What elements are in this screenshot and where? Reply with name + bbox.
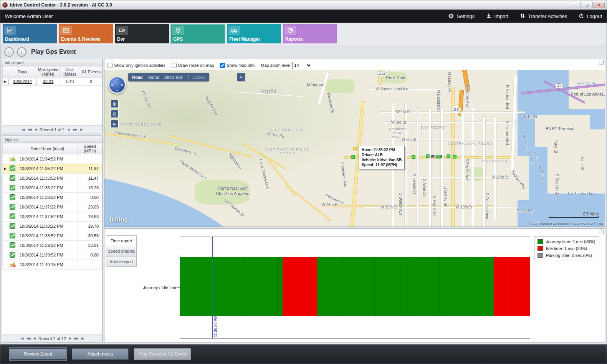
pan-right-icon[interactable]: ▶ — [122, 83, 124, 86]
days-cell[interactable]: 10/3/2014 — [8, 78, 37, 86]
tab-dashboard[interactable]: Dashboard — [3, 24, 57, 43]
gps-point-marker-green[interactable] — [351, 155, 355, 159]
max-speed-cell[interactable]: 33.21 — [37, 78, 60, 86]
col-datetime[interactable]: Date / hour (local) — [17, 143, 78, 154]
pager-next-button[interactable]: ▶ — [69, 337, 71, 340]
gps-row[interactable]: 10/3/2014 11:37:52 PM18.63 — [3, 212, 102, 222]
minimize-button[interactable]: — — [570, 2, 581, 8]
gps-row[interactable]: 10/3/2014 11:36:22 PM13.28 — [3, 183, 102, 193]
gps-point-marker-green[interactable] — [412, 155, 415, 159]
map-canvas[interactable]: Road Aerial Bird's eye Labels « ▲ ▼ ◀ ▶ … — [104, 70, 605, 227]
map-expand-button[interactable]: ▸ — [111, 120, 119, 128]
gps-list-caption: Gps list — [2, 136, 102, 143]
map-label: S Walker Ave — [399, 193, 403, 215]
map-zoom-select[interactable]: 14 — [292, 62, 312, 69]
map-label: W 19th St — [456, 205, 473, 209]
pan-down-icon[interactable]: ▼ — [116, 89, 119, 92]
gps-row[interactable]: 10/3/2014 11:38:52 PM30.55 — [3, 231, 102, 241]
gps-speed: 13.28 — [78, 183, 102, 193]
collapse-panel-button[interactable] — [599, 60, 604, 65]
row-indicator — [3, 250, 8, 260]
tab-fleet-manager[interactable]: Fleet Manager — [227, 24, 281, 43]
close-button[interactable]: ✕ — [594, 2, 605, 8]
timeline-bar — [180, 257, 530, 316]
attachments-button[interactable]: Attachments — [72, 348, 129, 360]
col-speed[interactable]: Speed (MPH) — [78, 143, 102, 154]
report-tabs: Time report Speed graphic Route report — [104, 234, 138, 342]
ignition-off-icon — [8, 260, 17, 270]
info-report-pager: |◀ ◀◀ ◀ Record 1 of 1 ▶ ▶▶ ▶| — [2, 125, 102, 134]
review-event-button[interactable]: Review Event — [10, 348, 66, 360]
show-ignition-checkbox[interactable]: Show only ignition activities — [108, 63, 165, 68]
logout-button[interactable]: Logout — [579, 13, 602, 20]
gps-row[interactable]: ▶10/3/2014 11:35:22 PM11.97 — [3, 164, 102, 174]
pager-first-button[interactable]: |◀ — [22, 128, 24, 131]
tab-events-reviews[interactable]: Events & Reviews — [59, 24, 113, 43]
tab-route-report[interactable]: Route report — [106, 256, 137, 267]
pager-prev-button[interactable]: ◀ — [33, 337, 35, 340]
gps-row[interactable]: 10/3/2014 11:34:52 PM — [3, 154, 102, 164]
pager-first-button[interactable]: |◀ — [21, 337, 23, 340]
import-button[interactable]: Import — [486, 13, 508, 20]
tab-reports[interactable]: Reports — [283, 24, 337, 43]
pager-next-button[interactable]: ▶ — [68, 128, 70, 131]
map-compass-control[interactable]: ▲ ▼ ◀ ▶ — [108, 76, 126, 94]
play-selected-x1-event-button[interactable]: Play Selected X1 Event — [134, 348, 191, 360]
pager-fast-next-button[interactable]: ▶▶ — [74, 337, 78, 340]
time-marker-line[interactable] — [212, 237, 213, 338]
col-max-speed[interactable]: Max speed (MPH) — [37, 66, 60, 78]
col-dist[interactable]: Dist. (Miles) — [60, 66, 80, 78]
down-button[interactable]: ↓ — [17, 47, 26, 57]
tab-speed-graphic[interactable]: Speed graphic — [106, 246, 137, 256]
gps-point-marker-green[interactable] — [426, 155, 429, 158]
zoom-out-button[interactable]: ⊖ — [111, 110, 119, 118]
col-days[interactable]: Days — [8, 66, 37, 78]
gps-row[interactable]: 10/3/2014 11:40:15 PM — [3, 260, 102, 270]
photo-icon — [60, 26, 72, 35]
gps-point-marker-yellow[interactable] — [353, 147, 357, 151]
zoom-in-button[interactable]: ⊕ — [111, 100, 119, 108]
gps-row[interactable]: 10/3/2014 11:37:22 PM29.05 — [3, 202, 102, 212]
draw-route-checkbox[interactable]: Draw route on map — [172, 63, 214, 68]
idle-swatch-icon — [538, 246, 543, 251]
gps-row[interactable]: 10/3/2014 11:36:52 PM0.00 — [3, 193, 102, 202]
pan-up-icon[interactable]: ▲ — [116, 78, 119, 81]
back-button[interactable]: ← — [4, 47, 14, 57]
pager-prev-button[interactable]: ◀ — [35, 128, 36, 131]
info-report-row[interactable]: ▶ 10/3/2014 33.21 1.40 0 — [3, 78, 102, 86]
tab-gps[interactable]: GPS — [171, 24, 225, 43]
pager-last-button[interactable]: ▶| — [81, 337, 84, 340]
map-toolbar-collapse-button[interactable]: « — [237, 73, 245, 81]
gps-row[interactable]: 10/3/2014 11:39:52 PM0.00 — [3, 250, 102, 260]
tab-dvr[interactable]: Dvr — [115, 24, 169, 43]
gps-row[interactable]: 10/3/2014 11:38:22 PM19.70 — [3, 222, 102, 231]
settings-button[interactable]: ⚙ Settings — [448, 13, 475, 20]
map-label: S Gaffey St — [443, 187, 448, 206]
transfer-activities-button[interactable]: Transfer Activities — [520, 13, 567, 20]
show-map-info-checkbox[interactable]: Show map info — [220, 63, 255, 68]
gps-point-marker-green[interactable] — [447, 154, 450, 158]
gps-speed: 18.63 — [78, 212, 102, 222]
gps-list-pager: |◀ ◀◀ ◀ Record 2 of 12 ▶ ▶▶ ▶| — [2, 334, 102, 342]
pan-left-icon[interactable]: ◀ — [111, 83, 112, 86]
pager-fast-prev-button[interactable]: ◀◀ — [26, 337, 30, 340]
maximize-button[interactable]: ▢ — [582, 2, 593, 8]
gps-row[interactable]: 10/3/2014 11:39:22 PM33.21 — [3, 241, 102, 250]
pager-last-button[interactable]: ▶| — [80, 128, 82, 131]
collapse-panel-button[interactable] — [599, 230, 604, 234]
app-window: Idrive Control Center - 3.0.2 version - … — [0, 0, 607, 364]
gps-icon — [8, 183, 17, 193]
gps-point-marker-green[interactable] — [453, 155, 456, 159]
gps-datetime: 10/3/2014 11:38:22 PM — [17, 222, 78, 231]
col-x1-events[interactable]: X1 Events — [80, 66, 102, 78]
pager-fast-next-button[interactable]: ▶▶ — [73, 128, 77, 131]
gps-point-marker-green[interactable] — [437, 155, 441, 159]
tab-time-report[interactable]: Time report — [106, 235, 137, 246]
map-style-birdseye[interactable]: Bird's eye — [164, 75, 183, 79]
map-label: W 1st St — [523, 115, 537, 119]
map-style-labels[interactable]: Labels — [188, 75, 205, 79]
gps-row[interactable]: 10/3/2014 11:35:52 PM11.47 — [3, 174, 102, 183]
pager-fast-prev-button[interactable]: ◀◀ — [28, 128, 31, 131]
map-style-aerial[interactable]: Aerial — [148, 75, 159, 79]
map-style-road[interactable]: Road — [132, 75, 143, 79]
